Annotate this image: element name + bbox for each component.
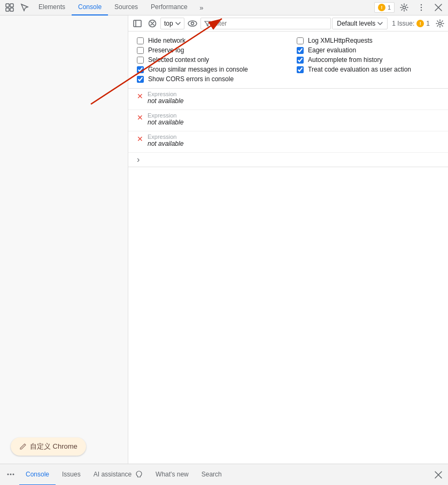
clear-console-icon[interactable] (145, 17, 159, 30)
svg-point-6 (421, 7, 422, 8)
levels-dropdown[interactable]: Default levels (332, 18, 388, 29)
nav-tab-performance[interactable]: Performance (144, 0, 194, 15)
remove-expression-3-icon[interactable]: ✕ (137, 135, 143, 143)
sidebar-toggle-icon[interactable] (130, 17, 144, 30)
svg-point-11 (188, 21, 197, 26)
devtools-nav-bar: Elements Console Sources Performance » !… (0, 0, 448, 15)
svg-rect-1 (10, 4, 13, 7)
svg-rect-0 (6, 4, 9, 7)
bottom-tab-console[interactable]: Console (19, 464, 56, 486)
filter-icon (204, 20, 211, 27)
watch-expression-3: ✕ Expression not available (128, 131, 448, 153)
watch-expression-1: ✕ Expression not available (128, 89, 448, 110)
selected-context-checkbox[interactable] (137, 57, 144, 64)
setting-selected-context[interactable]: Selected context only (137, 55, 280, 65)
setting-show-cors[interactable]: Show CORS errors in console (137, 74, 280, 84)
settings-right-column: Log XMLHttpRequests Eager evaluation Aut… (297, 36, 439, 84)
watch-section: ✕ Expression not available ✕ Expression … (128, 89, 448, 167)
svg-rect-8 (134, 20, 141, 27)
group-similar-checkbox[interactable] (137, 66, 144, 73)
ai-icon (135, 471, 143, 478)
eye-icon[interactable] (186, 17, 199, 30)
bottom-tab-bar: Console Issues AI assistance What's new … (0, 464, 448, 485)
close-bottom-panel-icon[interactable] (431, 467, 446, 482)
issue-warning-icon: ! (378, 4, 385, 11)
devtools-icon[interactable] (2, 0, 17, 15)
watch-expression-2-content: Expression not available (148, 112, 183, 126)
console-output-area (128, 167, 448, 464)
more-tabs-icon[interactable]: » (194, 0, 209, 15)
bottom-tab-issues[interactable]: Issues (56, 464, 87, 486)
setting-eager-eval[interactable]: Eager evaluation (297, 45, 439, 55)
pencil-icon (19, 443, 27, 450)
issue-count-display: 1 Issue: ! 1 (389, 20, 433, 27)
console-settings-panel: Hide network Preserve log Selected conte… (128, 32, 448, 89)
autocomplete-checkbox[interactable] (297, 57, 304, 64)
main-console-area: top Default levels 1 Issue: ! (128, 15, 448, 464)
setting-autocomplete[interactable]: Autocomplete from history (297, 55, 439, 65)
treat-code-checkbox[interactable] (297, 66, 304, 73)
watch-expression-3-content: Expression not available (148, 134, 183, 147)
remove-expression-2-icon[interactable]: ✕ (137, 113, 143, 122)
chevron-down-icon (175, 22, 181, 25)
svg-point-13 (439, 22, 442, 25)
svg-point-15 (10, 473, 12, 475)
bottom-tab-ai-assistance[interactable]: AI assistance (87, 464, 149, 486)
issue-badge[interactable]: ! 1 (374, 2, 395, 13)
svg-point-12 (191, 22, 194, 25)
svg-point-4 (403, 6, 406, 9)
svg-point-16 (13, 473, 14, 475)
svg-point-7 (421, 10, 422, 11)
inspect-icon[interactable] (17, 0, 32, 15)
console-settings-gear-icon[interactable] (434, 18, 446, 29)
hide-network-checkbox[interactable] (137, 37, 144, 44)
bottom-tab-whats-new[interactable]: What's new (149, 464, 195, 486)
setting-group-similar[interactable]: Group similar messages in console (137, 65, 280, 74)
settings-left-column: Hide network Preserve log Selected conte… (137, 36, 280, 84)
svg-rect-3 (10, 8, 13, 11)
preserve-log-checkbox[interactable] (137, 47, 144, 54)
watch-expression-1-content: Expression not available (148, 91, 183, 105)
bottom-tab-search[interactable]: Search (195, 464, 228, 486)
setting-hide-network[interactable]: Hide network (137, 36, 280, 45)
nav-tab-console[interactable]: Console (72, 0, 108, 15)
nav-tab-sources[interactable]: Sources (108, 0, 144, 15)
customize-chrome-button[interactable]: 自定义 Chrome (11, 437, 86, 456)
more-options-icon[interactable] (414, 0, 429, 15)
setting-log-xml[interactable]: Log XMLHttpRequests (297, 36, 439, 45)
setting-preserve-log[interactable]: Preserve log (137, 45, 280, 55)
show-cors-checkbox[interactable] (137, 76, 144, 83)
nav-tab-elements[interactable]: Elements (32, 0, 72, 15)
bottom-dots-icon[interactable] (2, 464, 19, 486)
log-xml-checkbox[interactable] (297, 37, 304, 44)
levels-chevron-icon (377, 22, 383, 25)
svg-point-5 (421, 4, 422, 5)
filter-input[interactable] (213, 20, 328, 27)
watch-expression-2: ✕ Expression not available (128, 110, 448, 131)
issue-icon-small: ! (416, 20, 424, 27)
setting-treat-code[interactable]: Treat code evaluation as user action (297, 65, 439, 74)
context-selector[interactable]: top (160, 18, 184, 29)
console-toolbar: top Default levels 1 Issue: ! (128, 15, 448, 32)
left-sidebar (0, 15, 128, 464)
eager-eval-checkbox[interactable] (297, 47, 304, 54)
remove-expression-1-icon[interactable]: ✕ (137, 92, 143, 100)
add-expression-button[interactable]: › (128, 153, 448, 167)
close-devtools-icon[interactable] (431, 0, 446, 15)
svg-rect-2 (6, 8, 9, 11)
svg-point-14 (7, 473, 9, 475)
filter-box (200, 18, 331, 29)
settings-gear-icon[interactable] (397, 0, 412, 15)
